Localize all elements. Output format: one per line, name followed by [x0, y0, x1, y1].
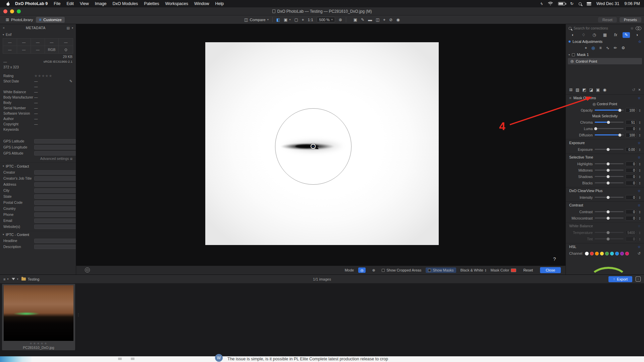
headline-input[interactable]	[34, 239, 76, 243]
move-tool-icon[interactable]: ⌖	[585, 46, 587, 50]
help-button[interactable]: ?	[553, 256, 556, 262]
favorite-star-icon[interactable]: ☆	[638, 245, 641, 249]
temperature-slider[interactable]	[595, 232, 624, 233]
image-canvas[interactable]: ? Mode ◎ ⊕ Show Cropped Areas Show Masks…	[76, 24, 566, 275]
description-input[interactable]	[34, 245, 76, 249]
slider-knob[interactable]	[607, 231, 610, 234]
luma-value[interactable]: 0	[626, 126, 636, 131]
moire-tool-icon[interactable]: ⊘	[389, 17, 392, 22]
stepper[interactable]: ▴▾	[638, 175, 641, 178]
slider-knob[interactable]	[607, 217, 610, 220]
apple-menu[interactable]	[4, 1, 12, 6]
advanced-settings-link[interactable]: Advanced settings ⊞	[0, 156, 76, 161]
wifi-icon[interactable]	[548, 2, 553, 6]
preview-eye-icon[interactable]: ◉	[396, 17, 399, 22]
shadows-slider[interactable]	[595, 176, 624, 177]
slider-knob[interactable]	[607, 148, 610, 151]
menu-palettes[interactable]: Palettes	[141, 1, 162, 6]
exposure-value[interactable]: 0.00	[626, 147, 636, 152]
gps-latitude-input[interactable]	[34, 139, 76, 143]
chevron-down-icon[interactable]: ▾	[569, 53, 570, 56]
contrast-section-header[interactable]: Contrast☆	[566, 201, 644, 208]
opacity-slider[interactable]	[595, 110, 624, 111]
slider-knob[interactable]	[607, 121, 610, 124]
corrections-search-input[interactable]	[574, 26, 629, 30]
address-input[interactable]	[34, 182, 76, 187]
gradient-tool-icon[interactable]: ∿	[606, 46, 609, 50]
reset-button[interactable]: Reset	[598, 17, 617, 22]
battery-bolt-icon[interactable]: ϟ	[541, 2, 543, 6]
favorite-star-icon[interactable]: ☆	[638, 156, 641, 159]
show-mask-icon[interactable]: ◉	[603, 87, 606, 92]
panel-drag-handle[interactable]: ⋮	[76, 313, 79, 317]
highlights-value[interactable]: 0	[626, 162, 636, 166]
favorite-star-icon[interactable]: ☆	[638, 224, 641, 228]
rating-stars[interactable]: ★★★★★	[34, 74, 52, 78]
contrast-value[interactable]: 0	[626, 209, 636, 214]
chroma-value[interactable]: 51	[626, 120, 636, 125]
mask-display-select[interactable]: Black & White▴▾	[461, 268, 486, 272]
chroma-slider[interactable]	[595, 122, 624, 123]
fullscreen-icon[interactable]: ▢	[294, 17, 298, 22]
thumbnail-cell-selected[interactable]: ★★★★★ PC281610_DxO.jpg	[2, 284, 75, 350]
info-icon[interactable]	[85, 267, 90, 273]
channel-blue-dot[interactable]	[615, 252, 619, 255]
temperature-value[interactable]: 5400	[626, 230, 636, 235]
stepper[interactable]: ▴▾	[638, 127, 641, 130]
stepper[interactable]: ▴▾	[638, 162, 641, 166]
mask-reset-button[interactable]: Reset	[521, 267, 536, 273]
channel-cyan-dot[interactable]	[610, 252, 614, 255]
compare-dropdown-icon[interactable]: ▾	[267, 18, 269, 21]
channel-green-dot[interactable]	[605, 252, 609, 255]
split-preview-icon[interactable]: ◧	[276, 17, 280, 22]
invert-mask-icon[interactable]: ▧	[576, 87, 579, 92]
pan-tool-icon[interactable]: ⌖	[302, 17, 304, 22]
shadows-value[interactable]: 0	[626, 174, 636, 179]
thumbnail-rating-stars[interactable]: ★★★★★	[4, 342, 73, 345]
favorite-star-icon[interactable]: ☆	[638, 189, 641, 193]
active-corrections-filter-icon[interactable]	[636, 26, 641, 30]
hsl-section-header[interactable]: HSL☆	[566, 243, 644, 250]
menu-image[interactable]: Image	[92, 1, 110, 6]
delete-mask-icon[interactable]: ×	[638, 87, 641, 92]
favorite-star-icon[interactable]: ☆	[638, 203, 641, 207]
settings-tool-icon[interactable]: ⚙	[622, 46, 625, 50]
microcontrast-value[interactable]: 0	[626, 216, 636, 221]
diffusion-value[interactable]: 100	[626, 133, 636, 137]
highlights-slider[interactable]	[595, 163, 624, 164]
favorite-star-icon[interactable]: ☆	[638, 40, 641, 44]
stepper[interactable]: ▴▾	[638, 169, 641, 172]
effects-palette-icon[interactable]: fx	[612, 32, 619, 38]
battery-icon[interactable]	[558, 2, 565, 5]
presets-button[interactable]: Presets	[620, 17, 641, 22]
stepper[interactable]: ▴▾	[638, 196, 641, 199]
slider-knob[interactable]	[607, 181, 610, 184]
hsl-reset-icon[interactable]: ↺	[638, 251, 641, 256]
favorite-star-icon[interactable]: ☆	[638, 96, 641, 100]
postal-code-input[interactable]	[34, 200, 76, 205]
thumbnail-image[interactable]	[4, 285, 73, 341]
white-balance-section-header[interactable]: White Balance☆	[566, 222, 644, 229]
detail-palette-icon[interactable]: ◷	[591, 32, 598, 38]
menu-edit[interactable]: Edit	[63, 1, 77, 6]
selective-tone-section-header[interactable]: Selective Tone☆	[566, 154, 644, 161]
menu-dxo-modules[interactable]: DxO Modules	[110, 1, 141, 6]
filter-button[interactable]: ▾	[12, 278, 18, 281]
intensity-value[interactable]: 0	[626, 195, 636, 200]
mask-color-control[interactable]: Mask Color	[491, 268, 517, 272]
channel-yellow-dot[interactable]	[600, 252, 604, 255]
midtones-slider[interactable]	[595, 170, 624, 171]
sync-icon[interactable]: ↻	[570, 1, 574, 6]
stepper[interactable]: ▴▾	[638, 231, 641, 234]
favorite-star-icon[interactable]: ☆	[638, 141, 641, 145]
palette-options-icon[interactable]: ▤	[67, 26, 70, 30]
mask-color-swatch[interactable]	[511, 268, 516, 272]
zoom-window-button[interactable]	[17, 9, 21, 13]
creator-input[interactable]	[34, 170, 76, 175]
state-input[interactable]	[34, 194, 76, 199]
app-menu[interactable]: DxO PhotoLab 9	[12, 1, 51, 6]
websites-input[interactable]	[34, 225, 76, 229]
slider-knob[interactable]	[607, 175, 610, 178]
palette-dropdown-icon[interactable]: ▾	[72, 26, 73, 29]
tab-photolibrary[interactable]: ⊞ PhotoLibrary	[3, 17, 36, 23]
